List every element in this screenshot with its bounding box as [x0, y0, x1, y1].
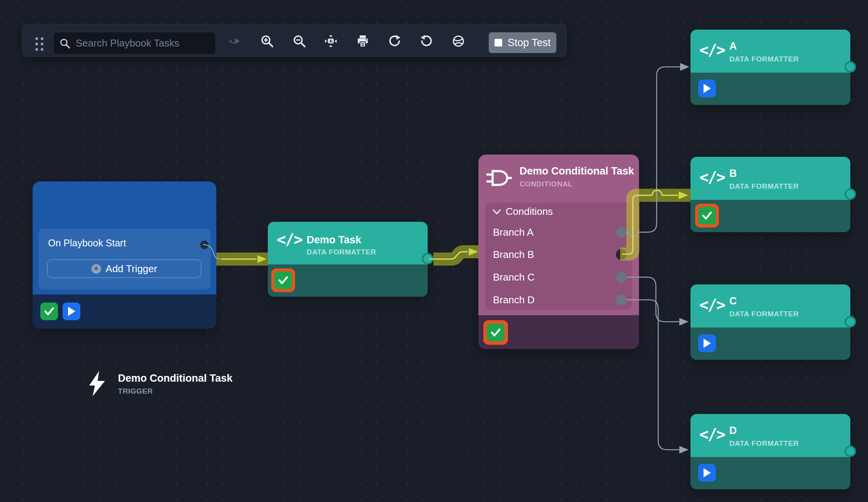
- node-d-title: D: [729, 425, 737, 437]
- branch-c-label[interactable]: Branch C: [493, 271, 534, 283]
- demo-task-output-port[interactable]: [422, 253, 433, 264]
- fit-to-screen-icon[interactable]: [324, 35, 337, 48]
- playbook-canvas[interactable]: Demo Conditional Task TRIGGER On Playboo…: [0, 0, 868, 502]
- undo-icon[interactable]: [420, 35, 433, 48]
- code-icon: </>: [699, 296, 725, 314]
- check-icon: [490, 327, 501, 337]
- arrowhead-into-D: [679, 446, 689, 454]
- output-node-c[interactable]: </> C DATA FORMATTER: [690, 284, 850, 360]
- check-icon: [43, 306, 55, 316]
- plus-icon: +: [91, 264, 101, 274]
- trigger-run-button[interactable]: [63, 303, 80, 320]
- arrowhead-into-A: [680, 63, 689, 71]
- trigger-node-footer: [33, 294, 216, 329]
- toolbar-drag-handle-icon[interactable]: [35, 37, 44, 51]
- arrowhead-into-B: [679, 191, 688, 199]
- demo-task-type: DATA FORMATTER: [307, 248, 376, 256]
- trigger-node-title: Demo Conditional Task: [118, 372, 232, 384]
- lightning-icon: [88, 371, 107, 396]
- node-b-output-port[interactable]: [845, 188, 856, 200]
- search-icon: [60, 38, 70, 49]
- node-a-run-button[interactable]: [698, 80, 716, 97]
- trigger-node[interactable]: Demo Conditional Task TRIGGER On Playboo…: [33, 181, 216, 329]
- chevron-down-icon[interactable]: [492, 209, 501, 215]
- node-b-success-button[interactable]: [695, 204, 719, 228]
- globe-icon[interactable]: [452, 35, 465, 48]
- add-trigger-button[interactable]: + Add Trigger: [47, 259, 201, 278]
- code-icon: </>: [699, 168, 725, 186]
- node-b-title: B: [729, 168, 737, 180]
- branch-a-port[interactable]: [616, 227, 627, 238]
- node-a-type: DATA FORMATTER: [729, 55, 799, 63]
- check-button: [487, 324, 505, 341]
- stop-test-button[interactable]: Stop Test: [489, 32, 556, 53]
- stop-test-label: Stop Test: [508, 37, 551, 49]
- highlight-line-demo-to-conditional: [429, 252, 468, 259]
- zoom-in-icon[interactable]: [261, 35, 274, 48]
- node-c-output-port[interactable]: [845, 316, 856, 327]
- arrowhead-into-conditional: [469, 248, 478, 256]
- play-icon: [703, 338, 711, 348]
- node-b-type: DATA FORMATTER: [729, 182, 799, 191]
- arrowhead-into-C: [679, 318, 689, 326]
- branch-b-label[interactable]: Branch B: [493, 249, 534, 261]
- conditional-node[interactable]: Demo Conditional Task CONDITIONAL Condit…: [478, 155, 639, 349]
- conditions-label[interactable]: Conditions: [506, 206, 553, 218]
- branch-d-label[interactable]: Branch D: [493, 294, 534, 306]
- play-icon: [67, 306, 76, 316]
- conditional-gate-icon: [486, 168, 512, 188]
- zoom-out-icon[interactable]: [293, 35, 306, 48]
- trigger-success-button[interactable]: [40, 303, 58, 320]
- redo-icon[interactable]: [388, 35, 401, 48]
- node-a-output-port[interactable]: [845, 61, 856, 73]
- output-node-a[interactable]: </> A DATA FORMATTER: [690, 30, 850, 105]
- add-trigger-label: Add Trigger: [106, 263, 157, 275]
- branch-d-port[interactable]: [616, 294, 627, 305]
- search-input[interactable]: [75, 37, 209, 50]
- conditional-title: Demo Conditional Task: [519, 165, 634, 177]
- play-icon: [703, 468, 711, 478]
- demo-task-title: Demo Task: [307, 234, 361, 246]
- code-icon: </>: [699, 41, 725, 59]
- output-node-b[interactable]: </> B DATA FORMATTER: [690, 157, 850, 232]
- node-a-title: A: [729, 40, 737, 52]
- demo-task-node[interactable]: </> Demo Task DATA FORMATTER: [268, 222, 428, 297]
- visibility-icon[interactable]: [228, 35, 241, 48]
- branch-a-label[interactable]: Branch A: [493, 226, 534, 238]
- node-c-type: DATA FORMATTER: [729, 310, 799, 318]
- arrowhead-into-demo: [257, 255, 267, 263]
- trigger-node-type: TRIGGER: [118, 387, 153, 396]
- node-d-output-port[interactable]: [845, 445, 856, 457]
- output-node-d[interactable]: </> D DATA FORMATTER: [690, 414, 850, 489]
- print-icon[interactable]: [356, 35, 369, 48]
- branch-b-port[interactable]: [616, 249, 627, 260]
- check-icon: [701, 211, 713, 221]
- check-button: [698, 207, 716, 224]
- stop-icon: [495, 39, 502, 47]
- node-c-title: C: [729, 295, 737, 307]
- node-c-run-button[interactable]: [698, 334, 716, 352]
- code-icon: </>: [277, 231, 302, 248]
- conditional-type: CONDITIONAL: [519, 180, 573, 188]
- trigger-output-port[interactable]: [200, 241, 209, 249]
- branch-c-port[interactable]: [616, 272, 627, 283]
- trigger-event-label: On Playbook Start: [48, 238, 126, 249]
- demo-task-success-button[interactable]: [271, 268, 295, 292]
- highlight-band-demo-to-conditional: [433, 252, 478, 259]
- node-d-run-button[interactable]: [698, 464, 716, 482]
- check-icon: [277, 275, 289, 285]
- code-icon: </>: [699, 426, 725, 443]
- play-icon: [703, 83, 711, 93]
- search-box: [53, 32, 216, 55]
- check-button: [274, 271, 292, 289]
- conditional-success-button[interactable]: [483, 320, 508, 345]
- node-d-type: DATA FORMATTER: [729, 439, 799, 448]
- trigger-panel: On Playbook Start + Add Trigger: [38, 229, 211, 289]
